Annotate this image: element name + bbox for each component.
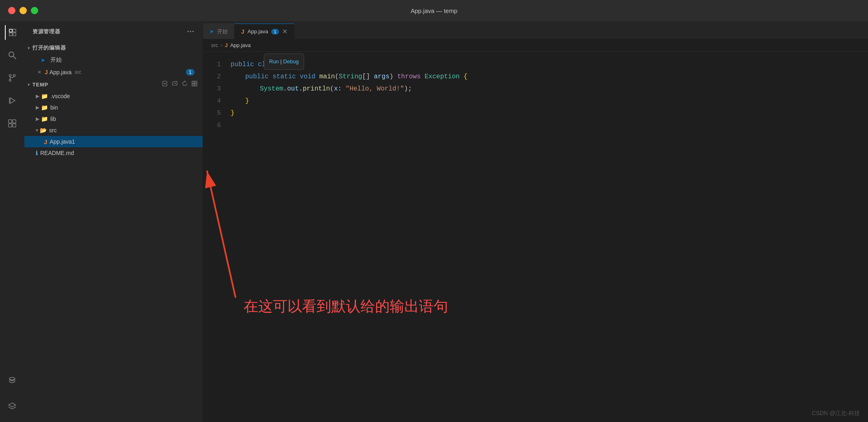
- open-editors-header[interactable]: ▾ 打开的编辑器: [24, 42, 203, 54]
- activity-explorer[interactable]: [5, 25, 19, 40]
- tab-appjava-label: App.java: [248, 28, 268, 34]
- sidebar-item-appjava-open[interactable]: ✕ J App.java src 1: [24, 66, 203, 78]
- debug-link[interactable]: Debug: [283, 58, 298, 65]
- fn-main: main: [319, 71, 335, 83]
- lib-label: lib: [50, 116, 56, 122]
- close-icon[interactable]: ✕: [37, 69, 41, 75]
- code-line-6: [227, 119, 868, 131]
- chevron-right-icon-bin: ▶: [36, 105, 39, 110]
- activity-run[interactable]: [5, 93, 19, 108]
- new-file-icon[interactable]: [162, 80, 168, 89]
- svg-rect-22: [192, 81, 194, 83]
- svg-rect-3: [13, 33, 16, 36]
- tab-close-icon[interactable]: ✕: [282, 28, 287, 35]
- tab-start[interactable]: ➤ 开始: [203, 24, 235, 39]
- run-debug-tooltip[interactable]: Run | Debug: [264, 54, 304, 70]
- appjava-badge: 1: [186, 69, 194, 75]
- sidebar-more-options[interactable]: ···: [187, 27, 194, 36]
- svg-rect-1: [13, 29, 16, 32]
- tree-item-lib[interactable]: ▶ 📁 lib: [24, 113, 203, 125]
- editor-area: ➤ 开始 J App.java 1 ✕ src › J App.java 1 2…: [203, 21, 868, 422]
- sidebar-appjava-label: App.java: [50, 69, 71, 75]
- line-numbers: 1 2 3 4 5 6: [203, 52, 227, 422]
- brace-close-2: }: [231, 107, 235, 119]
- vscode-tab-icon: ➤: [209, 28, 214, 34]
- breadcrumb-appjava[interactable]: App.java: [230, 42, 251, 48]
- code-line-3: System . out . println ( x : "Hello, Wor…: [227, 83, 868, 95]
- bin-label: bin: [50, 104, 58, 111]
- activity-extensions[interactable]: [5, 116, 19, 131]
- tab-appjava[interactable]: J App.java 1 ✕: [235, 24, 294, 39]
- temp-section: ▾ TEMP: [24, 78, 203, 159]
- chevron-right-icon: ▶: [36, 93, 39, 99]
- vscode-folder-label: .vscode: [50, 93, 70, 99]
- src-label: src: [49, 127, 57, 133]
- svg-line-5: [13, 56, 16, 59]
- svg-rect-24: [192, 84, 194, 86]
- line-num-3: 3: [203, 83, 221, 95]
- line-num-1: 1: [203, 58, 221, 71]
- svg-rect-13: [13, 120, 16, 123]
- info-icon: ℹ: [36, 150, 38, 156]
- breadcrumb-src[interactable]: src: [211, 42, 218, 48]
- window-controls: [8, 7, 38, 14]
- chevron-down-icon-src: ▾: [36, 127, 38, 133]
- folder-icon-src: 📂: [40, 127, 47, 133]
- minimize-button[interactable]: [19, 7, 27, 14]
- tree-item-appjava[interactable]: J App.java 1: [24, 136, 203, 147]
- folder-icon: 📁: [41, 93, 48, 99]
- readme-label: README.md: [40, 150, 74, 156]
- collapse-icon[interactable]: [191, 80, 198, 89]
- activity-database[interactable]: [5, 373, 19, 388]
- tree-item-bin[interactable]: ▶ 📁 bin: [24, 102, 203, 113]
- close-button[interactable]: [8, 7, 15, 14]
- fn-println: println: [303, 83, 330, 95]
- folder-icon-lib: 📁: [41, 116, 48, 122]
- tab-start-label: 开始: [217, 28, 228, 35]
- svg-point-6: [9, 75, 11, 77]
- kw-public-2: public: [245, 71, 269, 83]
- brace-close-1: }: [245, 95, 249, 107]
- watermark: CSDN @江北-科技: [812, 410, 860, 417]
- svg-rect-12: [9, 120, 12, 123]
- tree-item-src[interactable]: ▾ 📂 src: [24, 125, 203, 136]
- line-num-6: 6: [203, 119, 221, 131]
- kw-void: void: [300, 71, 315, 83]
- open-editors-section: ▾ 打开的编辑器 ➤ 开始 ✕ J App.java src 1: [24, 42, 203, 78]
- temp-section-actions: [162, 80, 198, 89]
- main-layout: 资源管理器 ··· ▾ 打开的编辑器 ➤ 开始 ✕ J App.java src: [0, 21, 868, 422]
- breadcrumb-sep-1: ›: [220, 42, 222, 48]
- line-num-2: 2: [203, 71, 221, 83]
- svg-point-7: [9, 80, 11, 82]
- sidebar-appjava-src: src: [75, 69, 81, 75]
- activity-layers[interactable]: [5, 399, 19, 414]
- sidebar-item-start[interactable]: ➤ 开始: [24, 54, 203, 66]
- svg-point-8: [13, 75, 15, 77]
- tree-item-vscode[interactable]: ▶ 📁 .vscode: [24, 90, 203, 102]
- new-folder-icon[interactable]: [172, 80, 178, 89]
- temp-label: ▾ TEMP: [28, 82, 48, 88]
- svg-rect-23: [195, 81, 197, 83]
- svg-marker-10: [10, 98, 15, 103]
- type-system: System: [260, 83, 283, 95]
- maximize-button[interactable]: [31, 7, 38, 14]
- activity-search[interactable]: [5, 48, 19, 62]
- str-hello: "Hello, World!": [345, 83, 404, 95]
- refresh-icon[interactable]: [181, 80, 188, 89]
- type-string: String: [339, 71, 362, 83]
- svg-point-4: [9, 52, 14, 57]
- tab-bar: ➤ 开始 J App.java 1 ✕: [203, 21, 868, 39]
- temp-section-header[interactable]: ▾ TEMP: [24, 78, 203, 90]
- activity-source-control[interactable]: [5, 71, 19, 85]
- code-editor: 1 2 3 4 5 6 public class App {: [203, 52, 868, 422]
- svg-rect-25: [195, 84, 197, 86]
- code-line-5: }: [227, 107, 868, 119]
- code-line-4: }: [227, 95, 868, 107]
- run-link[interactable]: Run: [269, 58, 279, 65]
- sidebar: 资源管理器 ··· ▾ 打开的编辑器 ➤ 开始 ✕ J App.java src: [24, 21, 203, 422]
- svg-rect-2: [9, 33, 12, 36]
- tree-item-readme[interactable]: ℹ README.md: [24, 147, 203, 159]
- param-args: args: [374, 71, 389, 83]
- code-content[interactable]: public class App { Run | Debug 💡: [227, 52, 868, 422]
- java-icon: J: [45, 69, 48, 75]
